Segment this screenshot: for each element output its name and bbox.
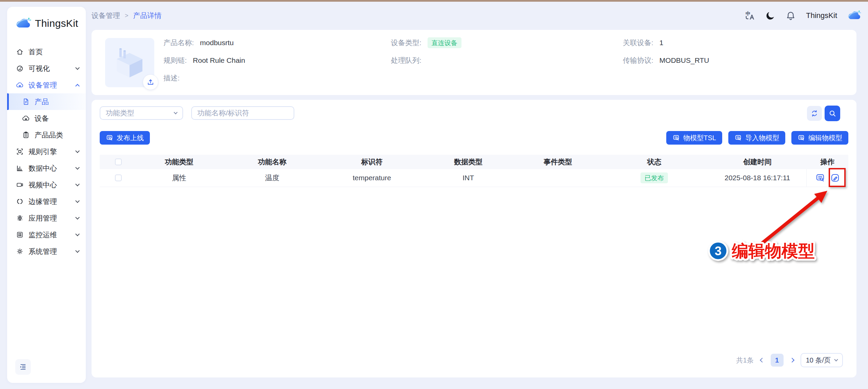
avatar-cloud-icon[interactable] [847, 10, 862, 21]
logo-cloud-icon [15, 17, 32, 30]
related-devices-value: 1 [659, 39, 664, 47]
view-model-icon[interactable] [815, 173, 825, 183]
sidebar-item-app-management[interactable]: 应用管理 [7, 210, 86, 226]
sidebar-item-home[interactable]: 首页 [7, 43, 86, 60]
product-info-col-1: 产品名称: modbusrtu 规则链: Root Rule Chain 描述: [163, 30, 245, 83]
product-name-value: modbusrtu [200, 39, 234, 47]
function-type-select[interactable]: 功能类型 [100, 106, 183, 120]
col-header-identifier: 标识符 [323, 157, 421, 167]
model-table-card: 功能类型 发布上线 物模型TSL 导入物模型 编辑物模型 [92, 100, 856, 377]
translate-icon[interactable]: 中 [745, 11, 755, 21]
logo-text: ThingsKit [35, 18, 78, 29]
gear-icon [16, 247, 24, 255]
model-doc-icon [672, 134, 680, 142]
sidebar-item-monitoring-ops[interactable]: 监控运维 [7, 226, 86, 243]
gauge-icon [16, 64, 24, 72]
chevron-down-icon [75, 215, 80, 220]
status-badge: 已发布 [640, 172, 668, 183]
description-label: 描述: [163, 73, 180, 83]
cell-function-name: 温度 [221, 173, 323, 183]
clipboard-icon [22, 131, 30, 139]
chevron-down-icon [75, 66, 80, 70]
publish-button[interactable]: 发布上线 [100, 131, 150, 145]
svg-text:中: 中 [746, 11, 750, 16]
pagination-next-button[interactable] [790, 358, 794, 363]
cell-data-type: INT [421, 174, 515, 182]
sidebar-item-device[interactable]: 设备 [7, 110, 86, 127]
sidebar-item-product-category[interactable]: 产品品类 [7, 127, 86, 143]
sidebar-menu: 首页 可视化 设备管理 P 产品 设备 产品品类 规则引擎 [7, 43, 86, 260]
rule-chain-value: Root Rule Chain [193, 56, 245, 64]
model-doc-icon [106, 134, 113, 142]
col-header-operations: 操作 [806, 157, 848, 167]
tsl-button[interactable]: 物模型TSL [666, 131, 722, 145]
import-model-button[interactable]: 导入物模型 [728, 131, 785, 145]
bell-icon[interactable] [786, 11, 796, 21]
edit-model-button-label: 编辑物模型 [808, 133, 842, 143]
sidebar-collapse-button[interactable] [15, 359, 31, 375]
sidebar-item-edge-management[interactable]: 边缘管理 [7, 193, 86, 210]
cell-created-time: 2025-08-18 16:17:11 [708, 174, 806, 182]
model-buttons-group: 物模型TSL 导入物模型 编辑物模型 [666, 131, 848, 145]
breadcrumb-separator: > [125, 12, 129, 19]
rule-chain-label: 规则链: [163, 56, 187, 65]
col-header-function-type: 功能类型 [137, 157, 221, 167]
upload-image-button[interactable] [143, 74, 158, 90]
col-header-status: 状态 [600, 157, 708, 167]
svg-text:P: P [25, 100, 27, 104]
pagination-page-1[interactable]: 1 [771, 354, 784, 367]
sidebar-item-label: 边缘管理 [28, 197, 76, 206]
sidebar-item-label: 视频中心 [28, 180, 76, 190]
cloud-device-icon [22, 114, 30, 122]
col-header-created: 创建时间 [708, 157, 806, 167]
sidebar-item-data-center[interactable]: 数据中心 [7, 160, 86, 177]
chevron-up-icon [75, 84, 80, 88]
chevron-down-icon [75, 248, 80, 253]
function-type-placeholder: 功能类型 [106, 108, 134, 118]
sidebar-item-label: 规则引擎 [28, 147, 76, 156]
sidebar-item-label: 产品品类 [35, 130, 79, 140]
row-checkbox[interactable] [115, 174, 122, 181]
sidebar-item-product[interactable]: P 产品 [7, 93, 86, 110]
sidebar-item-visualization[interactable]: 可视化 [7, 60, 86, 77]
action-row: 发布上线 物模型TSL 导入物模型 编辑物模型 [100, 131, 848, 145]
sidebar-item-video-center[interactable]: 视频中心 [7, 177, 86, 193]
logo[interactable]: ThingsKit [7, 7, 86, 30]
model-doc-icon [734, 134, 742, 142]
pagination-prev-button[interactable] [760, 358, 765, 363]
sidebar-item-label: 可视化 [28, 64, 76, 73]
search-button[interactable] [825, 106, 840, 121]
pagination-total: 共1条 [736, 356, 754, 365]
related-devices-label: 关联设备: [623, 38, 653, 48]
sidebar-item-rule-engine[interactable]: 规则引擎 [7, 143, 86, 160]
search-input[interactable] [191, 106, 294, 120]
sidebar-item-label: 设备管理 [28, 80, 76, 90]
select-all-checkbox[interactable] [115, 159, 122, 165]
product-info-col-3: 关联设备: 1 传输协议: MODBUS_RTU [623, 30, 709, 66]
sidebar-item-label: 设备 [35, 114, 79, 123]
chevron-down-icon [834, 357, 838, 361]
sidebar: ThingsKit 首页 可视化 设备管理 P 产品 设备 产品品类 [7, 7, 86, 383]
device-type-badge: 直连设备 [428, 37, 461, 48]
sidebar-item-device-management[interactable]: 设备管理 [7, 77, 86, 93]
refresh-button[interactable] [807, 106, 822, 121]
breadcrumb: 设备管理 > 产品详情 [92, 11, 162, 20]
chevron-down-icon [75, 165, 80, 170]
sidebar-item-label: 数据中心 [28, 164, 76, 173]
search-icon [828, 109, 836, 117]
moon-icon[interactable] [765, 11, 775, 21]
topbar: 设备管理 > 产品详情 中 ThingsKit [92, 7, 862, 24]
publish-button-label: 发布上线 [117, 133, 144, 143]
product-info-col-2: 设备类型: 直连设备 处理队列: [391, 30, 461, 66]
product-file-icon: P [22, 98, 30, 106]
sidebar-item-system-management[interactable]: 系统管理 [7, 243, 86, 260]
page-size-select[interactable]: 10 条/页 [801, 353, 843, 367]
pagination: 共1条 1 10 条/页 [736, 353, 843, 367]
username[interactable]: ThingsKit [806, 11, 837, 20]
monitor-icon [16, 231, 24, 239]
breadcrumb-current: 产品详情 [133, 11, 162, 20]
breadcrumb-parent[interactable]: 设备管理 [92, 11, 120, 20]
sidebar-item-label: 产品 [35, 97, 79, 107]
edit-model-button[interactable]: 编辑物模型 [791, 131, 848, 145]
sidebar-item-label: 首页 [28, 47, 79, 57]
